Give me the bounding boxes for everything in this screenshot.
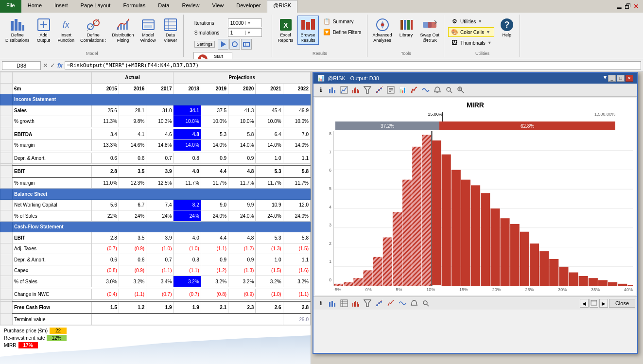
tab-page-layout[interactable]: Page Layout [74, 0, 117, 13]
income-statement-row: Income Statement [0, 94, 311, 105]
model-window-button[interactable]: ModelWindow [138, 16, 159, 45]
tab-data[interactable]: Data [152, 0, 175, 13]
left-prob-bar[interactable]: 37.2% [335, 121, 439, 130]
iterations-input[interactable]: 10000 ▼ [228, 18, 262, 27]
settings-button[interactable]: Settings [194, 41, 215, 48]
summary-button[interactable]: 📋 Summary [321, 17, 364, 26]
distribution-fitting-icon [115, 17, 131, 33]
tab-file[interactable]: File [0, 0, 21, 13]
tab-insert[interactable]: Insert [48, 0, 74, 13]
data-viewer-icon [163, 17, 178, 33]
left-cursor[interactable]: 15.00% [442, 112, 443, 121]
chart-type-dropdown[interactable]: ▼ [602, 74, 608, 81]
tb-more-button[interactable] [385, 85, 396, 95]
mirr-row: MIRR 17% [4, 342, 67, 348]
excel-reports-button[interactable]: X ExcelReports [275, 16, 296, 45]
tb-chart1-button[interactable] [327, 85, 338, 95]
tb-zoom-button[interactable] [455, 85, 466, 95]
bottom-custom-button[interactable] [385, 298, 396, 309]
sim-icon3[interactable] [241, 39, 252, 50]
svg-rect-89 [442, 155, 451, 286]
utilities-group-label: Utilities [475, 50, 489, 56]
nav-thumbnail-button[interactable] [590, 299, 598, 308]
tb-filter-button[interactable] [362, 85, 373, 95]
help-icon: ? [499, 17, 515, 33]
tb-export-button[interactable]: 📊 [397, 85, 408, 95]
advanced-analyses-button[interactable]: AdvancedAnalyses [370, 16, 395, 45]
window-close-button[interactable]: ✕ [626, 75, 633, 82]
bottom-wave-button[interactable] [397, 298, 408, 309]
bottom-hist-button[interactable] [350, 298, 361, 309]
tb-scenario-button[interactable] [409, 85, 419, 95]
bottom-chart-button[interactable] [327, 298, 338, 309]
tab-home[interactable]: Home [21, 0, 48, 13]
browse-results-button[interactable]: BrowseResults [297, 16, 319, 45]
simulations-dropdown[interactable]: ▼ [245, 31, 261, 35]
define-filters-button[interactable]: 🔽 Define Filters [321, 27, 364, 37]
y-label-3: 3 [329, 223, 331, 227]
swap-out-button[interactable]: Swap Out@RISK [418, 16, 442, 45]
purchase-price-value[interactable]: 22 [50, 328, 67, 334]
utilities-button[interactable]: ⚙ Utilities ▼ [448, 17, 494, 26]
tab-risk[interactable]: @RISK [267, 0, 297, 13]
sim-icon2[interactable] [229, 39, 240, 50]
window-restore-button[interactable]: □ [617, 75, 625, 82]
nav-next-button[interactable]: ▶ [599, 299, 608, 308]
define-distributions-button[interactable]: DefineDistributions [3, 16, 32, 45]
window-minimize-button[interactable]: _ [608, 75, 616, 82]
tb-bell-button[interactable] [432, 85, 443, 95]
tb-search-button[interactable] [444, 85, 454, 95]
tb-wave-button[interactable] [420, 85, 431, 95]
tb-info-button[interactable]: ℹ [315, 85, 326, 95]
x-label-35: 35% [591, 287, 600, 292]
mirr-value[interactable]: 17% [18, 342, 38, 348]
svg-rect-31 [306, 22, 310, 30]
cell-reference[interactable] [2, 61, 41, 70]
risk-icon: 📊 [317, 75, 325, 82]
bottom-bell-button[interactable] [409, 298, 419, 309]
svg-rect-1 [15, 19, 17, 31]
simulations-input[interactable]: 1 ▼ [228, 28, 262, 37]
tab-developer[interactable]: Developer [230, 0, 267, 13]
close-icon[interactable]: ✕ [633, 2, 639, 10]
bottom-correlate-button[interactable] [374, 298, 384, 309]
tab-view[interactable]: View [206, 0, 230, 13]
distribution-fitting-button[interactable]: DistributionFitting [110, 16, 137, 45]
reinvestment-value[interactable]: 12% [47, 335, 66, 341]
insert-function-button[interactable]: fx InsertFunction [55, 16, 77, 45]
nav-prev-button[interactable]: ◀ [580, 299, 589, 308]
svg-rect-38 [411, 20, 413, 30]
close-button[interactable]: Close [609, 299, 635, 308]
library-button[interactable]: Library [396, 16, 417, 39]
add-output-button[interactable]: AddOutput [33, 16, 54, 45]
minimize-icon[interactable]: 🗕 [616, 2, 623, 10]
svg-rect-116 [352, 303, 353, 307]
tb-histogram-button[interactable] [350, 85, 361, 95]
bottom-info-button[interactable]: ℹ [315, 298, 326, 309]
tb-stats-button[interactable] [374, 85, 384, 95]
year-2017: 2017 [146, 83, 174, 94]
risk-title-bar: 📊 @RISK - Output: D38 _ □ ✕ ▼ [313, 73, 637, 84]
bottom-filter-button[interactable] [362, 298, 373, 309]
help-button[interactable]: ? Help [496, 16, 518, 39]
tb-chart2-button[interactable] [339, 85, 349, 95]
thumbnails-button[interactable]: 🖼 Thumbnails ▼ [448, 38, 494, 48]
bottom-search-button[interactable] [420, 298, 431, 309]
svg-rect-85 [412, 147, 421, 286]
summary-label: Summary [333, 19, 354, 24]
tab-review[interactable]: Review [175, 0, 206, 13]
formula-input[interactable] [65, 61, 641, 69]
table-row: Actual Projections [0, 72, 311, 84]
maximize-icon[interactable]: 🗗 [625, 2, 631, 10]
reinvestment-row: Re-investment rate 12% [4, 335, 67, 341]
iterations-dropdown[interactable]: ▼ [245, 21, 261, 25]
tab-formulas[interactable]: Formulas [117, 0, 152, 13]
svg-rect-80 [363, 270, 372, 286]
define-correlations-button[interactable]: DefineCorrelations : [78, 16, 109, 45]
right-prob-bar[interactable]: 62.8% [439, 121, 615, 130]
advanced-analyses-icon [375, 17, 390, 33]
bottom-data-button[interactable] [339, 298, 349, 309]
data-viewer-button[interactable]: DataViewer [160, 16, 181, 45]
sim-icon1[interactable] [218, 39, 228, 50]
color-cells-button[interactable]: 🎨 Color Cells ▼ [448, 27, 494, 37]
